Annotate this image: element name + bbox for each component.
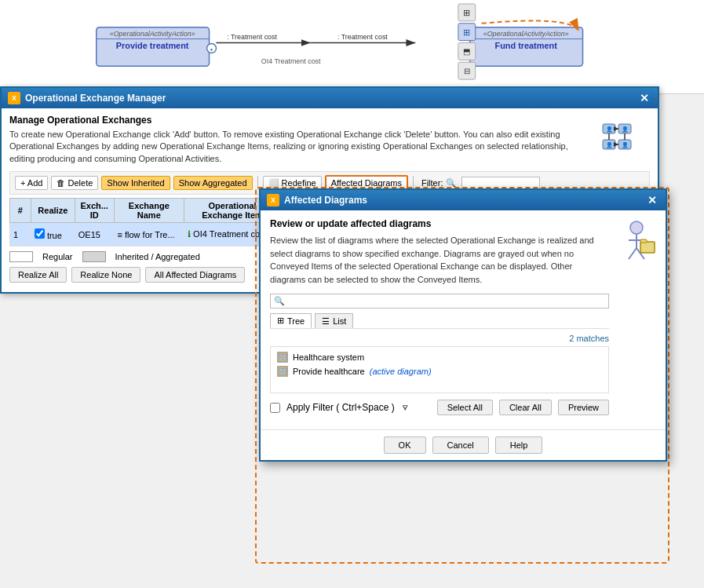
diagram-icon-2 [277, 366, 288, 377]
affected-dialog-close[interactable]: ✕ [645, 193, 659, 207]
svg-rect-38 [280, 358, 283, 360]
filter-funnel-icon: ⛛ [401, 403, 410, 412]
apply-filter-row: Apply Filter ( Ctrl+Space ) ⛛ Select All… [270, 400, 609, 415]
svg-text:👤: 👤 [606, 141, 613, 148]
svg-text:: Treatment cost: : Treatment cost [337, 33, 388, 41]
svg-rect-51 [640, 239, 647, 243]
toolbar-separator [257, 176, 258, 190]
ok-button[interactable]: OK [384, 436, 426, 454]
main-dialog-icon: X [8, 92, 20, 104]
affected-body: Review or update affected diagrams Revie… [261, 210, 666, 429]
svg-text:⊞: ⊞ [463, 27, 470, 37]
main-dialog-titlebar: X Operational Exchange Manager ✕ [2, 88, 658, 108]
apply-filter-checkbox[interactable] [270, 403, 280, 413]
svg-text:⬥: ⬥ [210, 46, 213, 53]
affected-dialog: X Affected Diagrams ✕ Review or update a… [259, 188, 667, 462]
svg-rect-41 [280, 369, 283, 371]
legend-inherited-box [82, 251, 106, 262]
col-header-exchid: Exch... ID [75, 199, 114, 223]
desc-area: Manage Operational Exchanges To create n… [9, 115, 650, 165]
svg-text:: Treatment cost: : Treatment cost [227, 33, 277, 41]
desc-text: To create new Operational Exchange click… [9, 129, 587, 165]
cell-realize: true [31, 223, 75, 247]
diagram-name-2: Provide healthcare [293, 367, 365, 376]
cell-exchid: OE15 [75, 223, 114, 247]
svg-text:OI4 Treatment cost: OI4 Treatment cost [261, 57, 321, 65]
svg-rect-37 [283, 355, 286, 357]
all-affected-diagrams-button[interactable]: All Affected Diagrams [145, 267, 245, 283]
affected-desc-text: Review the list of diagrams where the se… [270, 234, 609, 286]
filter-input[interactable] [461, 177, 540, 189]
affected-desc-title: Review or update affected diagrams [270, 218, 609, 229]
dialog-footer: OK Cancel Help [261, 429, 666, 460]
active-diagram-label: (active diagram) [370, 367, 432, 376]
realize-all-button[interactable]: Realize All [9, 267, 67, 283]
select-all-button[interactable]: Select All [437, 400, 493, 415]
diagram-search-input[interactable] [288, 297, 605, 306]
svg-text:⬒: ⬒ [463, 47, 470, 56]
desc-icon: 👤 👤 👤 👤 [595, 115, 650, 165]
svg-rect-50 [640, 242, 655, 253]
diagram-area: «OperationalActivityAction» Provide trea… [0, 0, 704, 94]
cell-num: 1 [10, 223, 31, 247]
col-header-realize: Realize [31, 199, 75, 223]
svg-text:Provide treatment: Provide treatment [116, 41, 189, 50]
svg-line-48 [629, 248, 637, 259]
svg-text:Fund treatment: Fund treatment [495, 41, 558, 50]
main-dialog-title: Operational Exchange Manager [25, 93, 166, 104]
svg-rect-43 [280, 372, 283, 374]
svg-text:⊟: ⊟ [464, 67, 470, 75]
diagrams-list: Healthcare system Provide [270, 346, 609, 393]
filter-label: Filter: [421, 178, 443, 188]
search-icon: 🔍 [274, 296, 285, 306]
tab-tree[interactable]: ⊞ Tree [270, 313, 312, 328]
diagram-icon-1 [277, 352, 288, 363]
apply-filter-label: Apply Filter ( Ctrl+Space ) [286, 402, 395, 413]
filter-search-icon: 🔍 [446, 178, 457, 188]
svg-text:«OperationalActivityAction»: «OperationalActivityAction» [110, 30, 195, 38]
delete-button[interactable]: 🗑 Delete [51, 176, 98, 190]
help-button[interactable]: Help [495, 436, 543, 454]
affected-icon-area [617, 218, 656, 422]
svg-text:«OperationalActivityAction»: «OperationalActivityAction» [483, 30, 569, 38]
show-inherited-button[interactable]: Show Inherited [101, 176, 170, 190]
legend-regular-box [9, 251, 33, 262]
affected-dialog-title: Affected Diagrams [284, 195, 367, 206]
col-header-num: # [10, 199, 31, 223]
svg-text:👤: 👤 [606, 126, 613, 133]
diagram-svg: «OperationalActivityAction» Provide trea… [0, 0, 704, 93]
svg-rect-42 [283, 369, 286, 371]
tree-icon: ⊞ [277, 316, 284, 326]
svg-rect-36 [280, 355, 283, 357]
svg-text:👤: 👤 [622, 126, 629, 133]
legend-regular-label: Regular [42, 252, 73, 261]
diagram-name-1: Healthcare system [293, 352, 364, 362]
matches-label: 2 matches [270, 334, 609, 343]
svg-text:⊞: ⊞ [463, 8, 470, 17]
main-dialog-close[interactable]: ✕ [637, 91, 651, 105]
desc-title: Manage Operational Exchanges [9, 115, 587, 126]
svg-text:👤: 👤 [622, 141, 629, 148]
search-row: 🔍 [270, 294, 609, 309]
cancel-button[interactable]: Cancel [432, 436, 489, 454]
realize-none-button[interactable]: Realize None [71, 267, 140, 283]
affected-dialog-icon: X [267, 194, 279, 206]
svg-point-45 [630, 221, 643, 234]
show-aggregated-button[interactable]: Show Aggregated [173, 176, 253, 190]
add-button[interactable]: + Add [15, 176, 48, 190]
tab-list[interactable]: ☰ List [315, 313, 353, 328]
svg-rect-39 [283, 358, 286, 360]
preview-button[interactable]: Preview [558, 400, 609, 415]
cell-exchname: ≡ flow for Tre... [114, 223, 184, 247]
svg-rect-44 [283, 372, 286, 374]
list-icon: ☰ [322, 316, 330, 327]
tabs-row: ⊞ Tree ☰ List [270, 313, 609, 329]
clear-all-button[interactable]: Clear All [499, 400, 552, 415]
legend-inherited-label: Inherited / Aggregated [115, 252, 200, 261]
list-item-healthcare-system[interactable]: Healthcare system [274, 350, 605, 364]
col-header-exchname: Exchange Name [114, 199, 184, 223]
affected-dialog-titlebar: X Affected Diagrams ✕ [261, 190, 666, 210]
list-item-provide-healthcare[interactable]: Provide healthcare (active diagram) [274, 364, 605, 378]
